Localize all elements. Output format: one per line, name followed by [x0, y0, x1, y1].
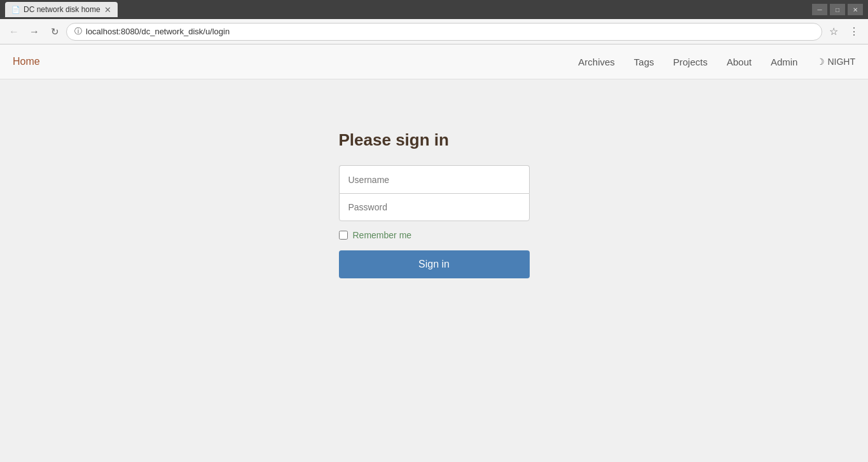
nav-tags-link[interactable]: Tags: [634, 57, 654, 67]
password-input[interactable]: [339, 193, 530, 221]
nav-archives-link[interactable]: Archives: [578, 57, 615, 67]
lock-icon: ⓘ: [74, 26, 82, 37]
remember-label[interactable]: Remember me: [353, 230, 412, 240]
page: Home Archives Tags Projects About Admin …: [0, 44, 868, 462]
browser-chrome: 📄 DC network disk home ✕ ─ □ ✕ ← → ↻ ⓘ l…: [0, 0, 868, 462]
forward-button[interactable]: →: [25, 23, 43, 41]
minimize-button[interactable]: ─: [812, 4, 827, 15]
login-title: Please sign in: [339, 130, 530, 150]
remember-checkbox[interactable]: [339, 231, 348, 240]
url-text: localhost:8080/dc_network_disk/u/login: [86, 27, 230, 36]
sign-in-button[interactable]: Sign in: [339, 250, 530, 278]
main-content: Please sign in Remember me Sign in: [0, 79, 868, 278]
reload-button[interactable]: ↻: [46, 23, 64, 41]
title-bar: 📄 DC network disk home ✕ ─ □ ✕: [0, 0, 868, 19]
address-bar[interactable]: ⓘ localhost:8080/dc_network_disk/u/login: [66, 23, 822, 41]
nav-admin-link[interactable]: Admin: [771, 57, 798, 67]
night-label: NIGHT: [827, 57, 855, 67]
tab-title: DC network disk home: [24, 5, 100, 14]
nav-right: Archives Tags Projects About Admin ☽ NIG…: [578, 57, 855, 67]
moon-icon: ☽: [816, 57, 825, 67]
credentials-group: [339, 165, 530, 222]
bookmark-button[interactable]: ☆: [825, 23, 843, 41]
nav-projects-link[interactable]: Projects: [673, 57, 708, 67]
nav-about-link[interactable]: About: [727, 57, 752, 67]
back-button[interactable]: ←: [5, 23, 23, 41]
night-mode-button[interactable]: ☽ NIGHT: [816, 57, 855, 67]
nav-home-link[interactable]: Home: [13, 56, 40, 67]
close-tab-button[interactable]: ✕: [104, 5, 111, 15]
site-nav: Home Archives Tags Projects About Admin …: [0, 44, 868, 79]
username-input[interactable]: [339, 165, 530, 193]
window-controls: ─ □ ✕: [812, 4, 863, 15]
login-box: Please sign in Remember me Sign in: [339, 130, 530, 278]
remember-row: Remember me: [339, 230, 530, 240]
browser-toolbar: ← → ↻ ⓘ localhost:8080/dc_network_disk/u…: [0, 19, 868, 44]
menu-button[interactable]: ⋮: [845, 23, 863, 41]
browser-tab[interactable]: 📄 DC network disk home ✕: [5, 2, 118, 17]
restore-button[interactable]: □: [830, 4, 845, 15]
close-button[interactable]: ✕: [848, 4, 863, 15]
tab-icon: 📄: [11, 6, 20, 14]
